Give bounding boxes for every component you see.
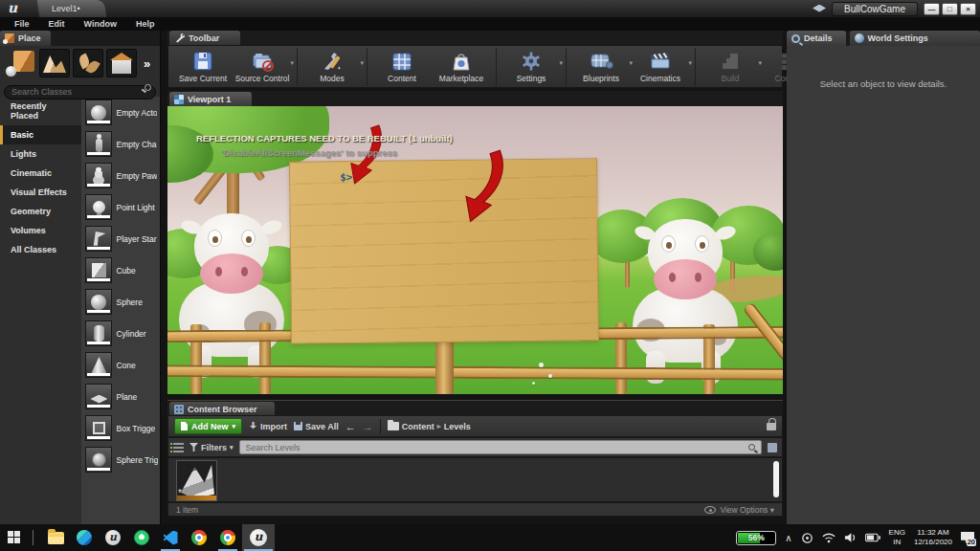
place-item[interactable]: Cone xyxy=(81,349,160,381)
menu-item[interactable]: Help xyxy=(127,19,164,29)
place-item-icon xyxy=(92,263,106,277)
place-category[interactable]: Lights xyxy=(0,144,81,164)
tab-world-settings[interactable]: World Settings xyxy=(850,31,980,46)
place-category[interactable]: Visual Effects xyxy=(0,183,81,202)
green-app-button[interactable] xyxy=(127,524,156,551)
meet-now-icon[interactable] xyxy=(801,532,813,544)
breadcrumb-content[interactable]: Content xyxy=(402,422,434,431)
viewport-grid-icon xyxy=(174,95,184,104)
place-category[interactable]: Geometry xyxy=(0,202,81,221)
place-tab[interactable]: Place xyxy=(0,31,51,46)
place-item-icon xyxy=(90,231,107,248)
tab-details[interactable]: Details xyxy=(787,31,846,46)
menu-item[interactable]: Window xyxy=(76,19,125,29)
content-button[interactable]: Content xyxy=(372,50,432,83)
chrome-button-1[interactable] xyxy=(185,524,213,551)
close-button[interactable]: × xyxy=(960,3,976,15)
wifi-icon[interactable] xyxy=(822,533,835,543)
menu-bar: FileEditWindowHelp xyxy=(0,17,980,31)
modes-button[interactable]: Modes ▾ xyxy=(302,50,362,83)
cow-eye xyxy=(208,230,222,247)
place-category[interactable]: Basic xyxy=(0,125,81,144)
place-item[interactable]: Empty Paw xyxy=(81,160,160,191)
place-category[interactable]: Cinematic xyxy=(0,164,81,183)
add-new-button[interactable]: Add New ▾ xyxy=(174,418,242,434)
place-category[interactable]: Volumes xyxy=(0,221,81,240)
edge-browser-button[interactable] xyxy=(70,524,99,551)
center-column: Toolbar Save Current Source Control ▾ Mo… xyxy=(167,31,783,517)
save-current-button[interactable]: Save Current xyxy=(173,50,233,83)
breadcrumb-levels[interactable]: Levels xyxy=(444,422,471,431)
search-classes-input[interactable] xyxy=(4,85,156,99)
battery-tray-icon[interactable] xyxy=(865,533,880,542)
place-categories: Recently PlacedBasicLightsCinematicVisua… xyxy=(0,97,81,524)
import-button[interactable]: Import xyxy=(249,422,287,431)
save-search-icon[interactable] xyxy=(768,443,777,452)
start-button[interactable] xyxy=(0,524,29,551)
place-item[interactable]: Plane xyxy=(81,381,160,412)
place-item[interactable]: Empty Cha xyxy=(81,128,160,160)
search-levels-input[interactable] xyxy=(239,440,762,454)
viewport-tab[interactable]: Viewport 1 xyxy=(169,92,252,106)
clock[interactable]: 11:32 AM 12/16/2020 xyxy=(914,528,952,547)
epic-launcher-button[interactable]: u xyxy=(99,524,127,551)
dropdown-caret-icon[interactable]: ▾ xyxy=(559,59,563,67)
eye-icon xyxy=(704,506,716,514)
content-browser-assets[interactable]: * xyxy=(167,457,783,502)
back-button[interactable]: ← xyxy=(345,421,356,432)
place-item-thumbnail xyxy=(85,131,112,157)
minimize-button[interactable]: — xyxy=(924,3,940,15)
blueprints-button[interactable]: Blueprints ▾ xyxy=(571,50,631,83)
vscode-button[interactable] xyxy=(156,524,185,551)
source-control-button[interactable]: Source Control ▾ xyxy=(233,50,292,83)
save-all-button[interactable]: Save All xyxy=(294,422,339,431)
assets-scrollbar[interactable] xyxy=(773,461,779,497)
level-asset-tile[interactable]: * xyxy=(176,460,217,501)
settings-button[interactable]: Settings ▾ xyxy=(501,50,561,83)
dropdown-caret-icon[interactable]: ▾ xyxy=(688,59,692,67)
dropdown-caret-icon[interactable]: ▾ xyxy=(290,59,294,67)
sources-panel-icon[interactable] xyxy=(173,443,184,452)
cow-right[interactable] xyxy=(629,219,742,386)
tutorial-cap-icon[interactable] xyxy=(813,5,826,13)
speaker-icon[interactable] xyxy=(844,532,857,543)
battery-percent-widget[interactable]: 56% xyxy=(736,531,776,545)
forward-button[interactable]: → xyxy=(363,421,373,432)
place-item[interactable]: Player Star xyxy=(81,223,160,254)
unreal-editor-button[interactable]: u xyxy=(242,524,275,551)
menu-item[interactable]: File xyxy=(6,19,38,29)
action-center-button[interactable]: 20 xyxy=(961,532,974,543)
file-explorer-button[interactable] xyxy=(41,524,70,551)
place-category[interactable]: All Classes xyxy=(0,240,81,259)
foliage-mode-button[interactable] xyxy=(73,49,103,77)
toolbar-tab[interactable]: Toolbar xyxy=(169,31,240,45)
notification-count-badge: 20 xyxy=(967,539,976,546)
content-browser-icon xyxy=(174,405,184,414)
filters-button[interactable]: Filters ▾ xyxy=(189,443,234,452)
place-item[interactable]: Empty Acto xyxy=(81,97,160,128)
lock-icon[interactable] xyxy=(767,423,776,430)
marketplace-button[interactable]: Marketplace xyxy=(432,50,491,83)
view-options-button[interactable]: View Options ▾ xyxy=(704,505,774,515)
place-item[interactable]: Cylinder xyxy=(81,318,160,349)
place-item[interactable]: Box Trigge xyxy=(81,412,160,444)
viewport-scene[interactable]: $> REFLECTION CAPTURES NEED TO BE REBUIL… xyxy=(167,106,783,394)
level-tab[interactable]: Level1• xyxy=(37,0,106,17)
place-item[interactable]: Sphere Trig xyxy=(81,444,160,475)
landscape-mode-button[interactable] xyxy=(39,49,70,77)
language-indicator[interactable]: ENG IN xyxy=(889,528,905,547)
dropdown-caret-icon[interactable]: ▾ xyxy=(360,59,364,67)
place-mode-button[interactable] xyxy=(4,49,36,77)
modes-overflow-chevron[interactable]: » xyxy=(144,56,150,71)
place-item[interactable]: Cube xyxy=(81,254,160,286)
cinematics-button[interactable]: Cinematics ▾ xyxy=(631,50,690,83)
place-item[interactable]: Sphere xyxy=(81,286,160,318)
content-browser-tab[interactable]: Content Browser xyxy=(169,402,275,416)
tray-expand-chevron-icon[interactable]: ∧ xyxy=(785,533,791,543)
menu-item[interactable]: Edit xyxy=(40,19,74,29)
maximize-button[interactable]: □ xyxy=(942,3,958,15)
brush-editing-mode-button[interactable] xyxy=(106,49,137,77)
place-item[interactable]: Point Light xyxy=(81,191,160,223)
chrome-button-2[interactable] xyxy=(213,524,242,551)
place-category[interactable]: Recently Placed xyxy=(0,97,81,125)
